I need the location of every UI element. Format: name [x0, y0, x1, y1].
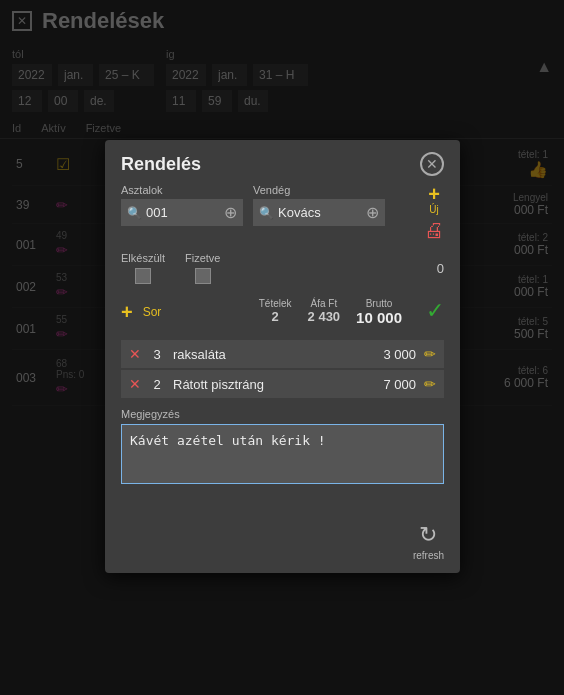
order-modal: Rendelés ✕ Asztalok 🔍 ⊕ Ve [105, 140, 460, 573]
row-label: Sor [143, 305, 162, 319]
vendeg-input[interactable] [278, 205, 358, 220]
fizetve-label: Fizetve [185, 252, 220, 264]
item-edit-icon[interactable]: ✏ [424, 346, 436, 362]
item-price: 7 000 [383, 377, 416, 392]
asztalok-group: Asztalok 🔍 ⊕ [121, 184, 243, 226]
item-price: 3 000 [383, 347, 416, 362]
summary-row: + Sor Tételek 2 Áfa Ft 2 430 Brutto 10 0… [121, 294, 444, 330]
refresh-icon: ↻ [419, 522, 437, 548]
refresh-label: refresh [413, 550, 444, 561]
status-row: Elkészült Fizetve 0 [121, 252, 444, 284]
delete-item-button[interactable]: ✕ [129, 346, 141, 362]
asztalok-input-wrapper: 🔍 ⊕ [121, 199, 243, 226]
item-qty: 2 [149, 377, 165, 392]
order-item: ✕ 2 Rátott pisztráng 7 000 ✏ [121, 370, 444, 398]
modal-close-button[interactable]: ✕ [420, 152, 444, 176]
vendeg-label: Vendég [253, 184, 385, 196]
fizetve-group: Fizetve [185, 252, 220, 284]
new-order-button[interactable]: + Új [428, 184, 440, 215]
modal-title: Rendelés [121, 154, 201, 175]
item-name: raksaláta [173, 347, 375, 362]
vendeg-input-wrapper: 🔍 ⊕ [253, 199, 385, 226]
modal-footer: ↻ refresh [105, 514, 460, 573]
vendeg-group: Vendég 🔍 ⊕ [253, 184, 385, 226]
summary-items: Tételek 2 Áfa Ft 2 430 Brutto 10 000 ✓ [259, 298, 444, 326]
add-asztalok-button[interactable]: ⊕ [224, 203, 237, 222]
modal-actions: + Új 🖨 [424, 184, 444, 242]
delete-item-button[interactable]: ✕ [129, 376, 141, 392]
item-edit-icon[interactable]: ✏ [424, 376, 436, 392]
search-icon: 🔍 [127, 206, 142, 220]
order-items-list: ✕ 3 raksaláta 3 000 ✏ ✕ 2 Rátott pisztrá… [121, 340, 444, 398]
fizetve-checkbox[interactable] [195, 268, 211, 284]
app-window: ✕ Rendelések tól ig [0, 0, 564, 695]
confirm-checkmark-icon[interactable]: ✓ [426, 298, 444, 324]
search-icon-vendeg: 🔍 [259, 206, 274, 220]
tetele-label: Tételek [259, 298, 292, 309]
elkeszult-group: Elkészült [121, 252, 165, 284]
item-qty: 3 [149, 347, 165, 362]
afa-label: Áfa Ft [310, 298, 337, 309]
tetele-value: 2 [272, 309, 279, 324]
asztalok-input[interactable] [146, 205, 216, 220]
afa-col: Áfa Ft 2 430 [308, 298, 341, 324]
brutto-value: 10 000 [356, 309, 402, 326]
notes-section: Megjegyzés Kávét azétel után kérik ! [121, 408, 444, 488]
brutto-label: Brutto [366, 298, 393, 309]
add-row-button[interactable]: + [121, 301, 133, 324]
new-label: Új [429, 204, 438, 215]
modal-header: Rendelés ✕ [105, 140, 460, 184]
asztalok-label: Asztalok [121, 184, 243, 196]
add-vendeg-button[interactable]: ⊕ [366, 203, 379, 222]
tetele-col: Tételek 2 [259, 298, 292, 324]
plus-icon: + [428, 184, 440, 204]
item-name: Rátott pisztráng [173, 377, 375, 392]
elkeszult-checkbox[interactable] [135, 268, 151, 284]
brutto-col: Brutto 10 000 [356, 298, 402, 326]
order-item: ✕ 3 raksaláta 3 000 ✏ [121, 340, 444, 368]
notes-textarea[interactable]: Kávét azétel után kérik ! [121, 424, 444, 484]
modal-body: Asztalok 🔍 ⊕ Vendég 🔍 ⊕ [105, 184, 460, 514]
print-button[interactable]: 🖨 [424, 219, 444, 242]
item-count: 0 [437, 261, 444, 276]
notes-label: Megjegyzés [121, 408, 444, 420]
refresh-button[interactable]: ↻ refresh [413, 522, 444, 561]
afa-value: 2 430 [308, 309, 341, 324]
elkeszult-label: Elkészült [121, 252, 165, 264]
